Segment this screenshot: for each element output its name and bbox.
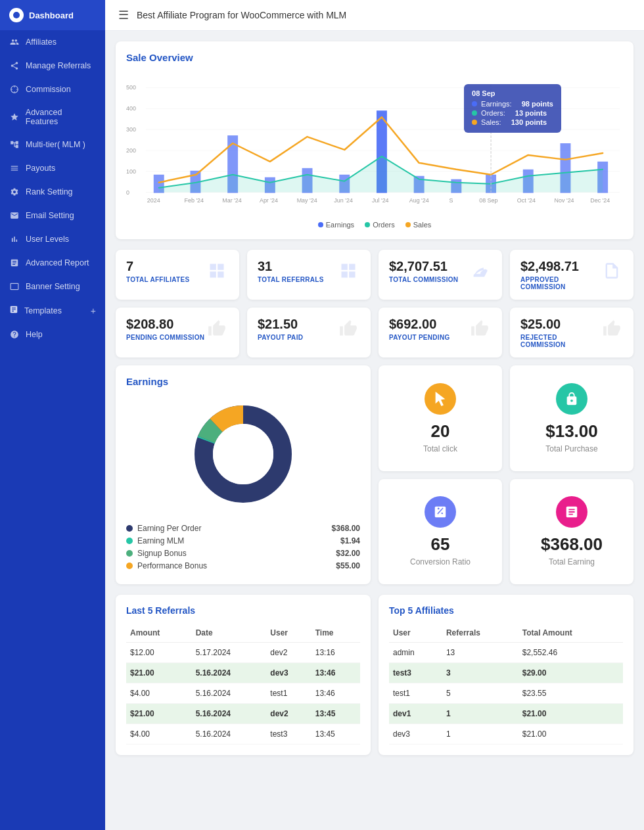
- sidebar-item-advanced-report[interactable]: Advanced Report: [0, 251, 105, 275]
- svg-text:Apr '24: Apr '24: [260, 197, 278, 204]
- sidebar: Dashboard Affiliates Manage Referrals Co…: [0, 0, 105, 830]
- svg-point-45: [213, 424, 273, 484]
- pending-commission-label: PENDING COMMISSION: [126, 334, 204, 341]
- rejected-commission-value: $25.00: [520, 317, 601, 332]
- people-icon: [9, 37, 20, 47]
- table-row: $4.00 5.16.2024 test1 13:46: [126, 683, 360, 704]
- chart-legend: Earnings Orders Sales: [126, 221, 623, 229]
- metric-total-click: 20 Total click: [379, 365, 502, 471]
- sales-dot: [405, 222, 411, 227]
- legend-sales: Sales: [405, 221, 432, 229]
- stat-total-referrals: 31 TOTAL REFERRALS: [247, 250, 371, 300]
- legend-earning-mlm: Earning MLM $1.94: [126, 536, 360, 545]
- sidebar-item-email-setting[interactable]: Email Setting: [0, 204, 105, 227]
- content-area: Sale Overview 500 400 300 200 100 0: [105, 31, 644, 766]
- aff-amount: $23.55: [518, 683, 623, 704]
- sidebar-item-mlm[interactable]: Multi-tier( MLM ): [0, 133, 105, 156]
- approved-commission-value: $2,498.71: [520, 259, 601, 274]
- ref-user: test3: [266, 724, 311, 745]
- earnings-title: Earnings: [126, 376, 360, 387]
- svg-text:May '24: May '24: [297, 197, 317, 204]
- aff-referrals: 1: [442, 724, 518, 745]
- rejected-commission-label: REJECTED COMMISSION: [520, 334, 601, 348]
- epo-label: Earning Per Order: [137, 524, 201, 533]
- sidebar-label-templates: Templates: [24, 306, 62, 315]
- ref-date: 5.16.2024: [192, 663, 267, 683]
- sidebar-item-templates[interactable]: Templates +: [0, 298, 105, 323]
- pb-value: $55.00: [336, 561, 360, 570]
- table-row: $21.00 5.16.2024 dev2 13:45: [126, 704, 360, 724]
- sidebar-item-rank-setting[interactable]: Rank Setting: [0, 180, 105, 204]
- svg-text:S: S: [449, 197, 453, 204]
- ref-amount: $4.00: [126, 683, 192, 704]
- rejected-thumb-icon: [601, 317, 623, 340]
- svg-text:0: 0: [126, 189, 129, 196]
- svg-text:400: 400: [126, 105, 136, 112]
- sidebar-item-manage-referrals[interactable]: Manage Referrals: [0, 54, 105, 78]
- sidebar-label-email-setting: Email Setting: [26, 211, 74, 220]
- total-purchase-value: $13.00: [545, 421, 598, 442]
- share-icon: [9, 60, 20, 71]
- stat-payout-pending: $692.00 PAYOUT PENDING: [379, 308, 502, 357]
- sidebar-item-payouts[interactable]: Payouts: [0, 156, 105, 180]
- total-commission-label: TOTAL COMMISSION: [389, 276, 458, 283]
- payout-paid-label: PAYOUT PAID: [258, 334, 303, 341]
- sidebar-item-banner-setting[interactable]: Banner Setting: [0, 275, 105, 298]
- emlm-dot: [126, 538, 133, 544]
- ref-user: test1: [266, 683, 311, 704]
- menu-icon[interactable]: ☰: [118, 8, 129, 22]
- sidebar-item-commission[interactable]: Commission: [0, 78, 105, 101]
- legend-orders: Orders: [365, 221, 395, 229]
- stat-payout-paid: $21.50 PAYOUT PAID: [247, 308, 371, 357]
- stat-total-affiliates: 7 TOTAL AFFILIATES: [116, 250, 239, 300]
- svg-text:Aug '24: Aug '24: [409, 197, 429, 204]
- epo-value: $368.00: [332, 524, 360, 533]
- top5-affiliates-card: Top 5 Affiliates User Referrals Total Am…: [379, 595, 633, 755]
- ref-user: dev2: [266, 704, 311, 724]
- aff-referrals: 1: [442, 704, 518, 724]
- svg-text:Nov '24: Nov '24: [555, 197, 574, 204]
- svg-text:Dec '24: Dec '24: [590, 197, 610, 204]
- pb-dot: [126, 563, 133, 569]
- sidebar-item-help[interactable]: Help: [0, 323, 105, 346]
- sidebar-label-affiliates: Affiliates: [26, 37, 57, 47]
- banner-icon: [9, 281, 20, 292]
- table-row: test3 3 $29.00: [389, 663, 623, 683]
- stat-pending-commission: $208.80 PENDING COMMISSION: [116, 308, 239, 357]
- conversion-ratio-value: 65: [431, 534, 450, 555]
- mid-section: Earnings: [116, 365, 633, 584]
- commission-hand-icon: [468, 259, 492, 283]
- sidebar-item-affiliates[interactable]: Affiliates: [0, 30, 105, 54]
- table-row: $12.00 5.17.2024 dev2 13:16: [126, 643, 360, 663]
- legend-orders-label: Orders: [373, 221, 395, 229]
- svg-text:Jul '24: Jul '24: [372, 197, 389, 204]
- pb-label: Performance Bonus: [137, 561, 207, 570]
- chart-area: 500 400 300 200 100 0: [126, 71, 623, 216]
- stats-row-2: $208.80 PENDING COMMISSION $21.50 PAYOUT…: [116, 308, 633, 357]
- sidebar-label-manage-referrals: Manage Referrals: [26, 61, 91, 70]
- legend-earnings-label: Earnings: [326, 221, 354, 229]
- last5-referrals-card: Last 5 Referrals Amount Date User Time $…: [116, 595, 371, 755]
- aff-referrals: 13: [442, 643, 518, 663]
- sidebar-logo[interactable]: Dashboard: [0, 0, 105, 30]
- bottom-section: Last 5 Referrals Amount Date User Time $…: [116, 595, 633, 755]
- metric-total-purchase: $13.00 Total Purchase: [510, 365, 633, 471]
- svg-text:Mar '24: Mar '24: [222, 197, 242, 204]
- earnings-dot: [318, 222, 323, 227]
- total-click-value: 20: [431, 421, 450, 442]
- stat-rejected-commission: $25.00 REJECTED COMMISSION: [510, 308, 633, 357]
- sale-overview-card: Sale Overview 500 400 300 200 100 0: [116, 41, 633, 239]
- ref-time: 13:16: [311, 643, 360, 663]
- svg-text:100: 100: [126, 168, 136, 175]
- sidebar-item-user-levels[interactable]: User Levels: [0, 227, 105, 251]
- legend-performance-bonus: Performance Bonus $55.00: [126, 561, 360, 570]
- last5-referrals-title: Last 5 Referrals: [126, 605, 360, 616]
- aff-user: dev1: [389, 704, 442, 724]
- template-icon: [9, 305, 18, 316]
- total-affiliates-label: TOTAL AFFILIATES: [126, 276, 189, 283]
- star-icon: [9, 112, 20, 122]
- pending-thumb-icon: [205, 317, 229, 340]
- sidebar-label-advanced-report: Advanced Report: [26, 258, 89, 267]
- ref-time: 13:46: [311, 663, 360, 683]
- sidebar-item-advanced-features[interactable]: Advanced Features: [0, 101, 105, 133]
